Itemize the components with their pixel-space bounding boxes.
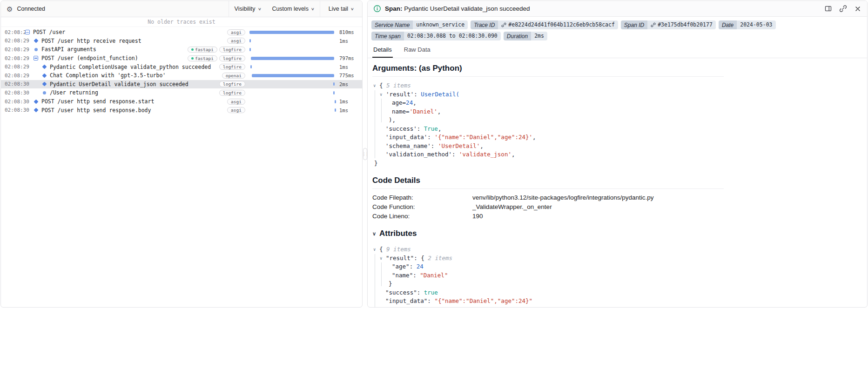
diamond-icon (42, 65, 47, 69)
panel-splitter[interactable]: ⋮⋮ (363, 0, 367, 308)
toolbar-controls: Visibility ∨ Custom levels ∨ Live tail ∨ (229, 1, 362, 17)
minus-box-icon[interactable] (34, 56, 38, 60)
minus-box-icon[interactable] (25, 30, 30, 34)
circle-icon (34, 48, 38, 51)
code-line: name='Daniel', (373, 107, 724, 116)
close-icon[interactable] (854, 5, 861, 13)
trace-time: 02:08:30 (1, 81, 24, 87)
splitter-handle-icon[interactable]: ⋮⋮ (363, 148, 367, 160)
span-kind-label: Span: (385, 5, 403, 12)
meta-span-id[interactable]: Span ID#3e175db4f0b20177 (621, 20, 716, 29)
visibility-dropdown[interactable]: Visibility ∨ (229, 1, 267, 17)
code-line: 'schema_name': 'UserDetail', (373, 142, 724, 151)
trace-time: 02:08:29 (1, 64, 24, 70)
meta-label: Time span (371, 32, 404, 40)
diamond-icon (34, 99, 38, 104)
tab-details[interactable]: Details (372, 46, 393, 58)
detail-content: Arguments: (as Python) ∨{ 5 items∨'resul… (368, 58, 728, 307)
trace-toolbar: ⚙ Connected Visibility ∨ Custom levels ∨… (1, 1, 362, 17)
live-tail-label: Live tail (329, 6, 348, 12)
trace-row[interactable]: 02:08:30POST /user http send response.st… (1, 97, 362, 106)
arguments-code-block: ∨{ 5 items∨'result': UserDetail(age=24,n… (372, 81, 724, 168)
meta-label: Trace ID (471, 20, 498, 29)
code-line: ), (373, 116, 724, 125)
code-line: 'input_data': '{"name":"Daniel","age":24… (373, 133, 724, 142)
trace-row-list: 02:08:29POST /userasgi810ms02:08:29POST … (1, 27, 362, 307)
duration-bar (249, 45, 337, 54)
trace-row[interactable]: 02:08:29FastAPI argumentsfastapilogfire (1, 45, 362, 54)
duration-text: 2ms (337, 81, 357, 87)
collapse-arrow-icon[interactable]: ∨ (373, 245, 379, 254)
collapse-arrow-icon[interactable]: ∨ (373, 81, 379, 90)
span-title: Span: Pydantic UserDetail validate_json … (373, 5, 530, 13)
chevron-down-icon: ∨ (311, 7, 315, 11)
meta-duration: Duration2ms (504, 32, 547, 40)
diamond-icon (34, 39, 38, 43)
tab-raw-data[interactable]: Raw Data (403, 46, 431, 58)
trace-row[interactable]: 02:08:29POST /user http receive requesta… (1, 37, 362, 46)
custom-levels-dropdown[interactable]: Custom levels ∨ (266, 1, 319, 17)
trace-row[interactable]: 02:08:30POST /user http send response.bo… (1, 106, 362, 114)
copy-link-icon[interactable] (839, 5, 847, 13)
collapse-arrow-icon[interactable]: ∨ (380, 254, 386, 263)
code-detail-row: Code Filepath:venv/lib/python3.12/site-p… (372, 193, 724, 202)
circle-icon (43, 91, 46, 94)
code-line: "input_data": "{"name":"Daniel","age":24… (373, 297, 724, 306)
trace-time: 02:08:30 (1, 107, 24, 113)
scope-badge-asgi: asgi (227, 38, 245, 44)
code-line: ∨{ 9 items (373, 245, 724, 254)
duration-text: 775ms (337, 73, 357, 78)
span-detail-header: Span: Pydantic UserDetail validate_json … (368, 1, 867, 17)
green-dot-icon (191, 48, 194, 51)
meta-service-name: Service Nameunknown_service (371, 20, 468, 29)
trace-label: Chat Completion with 'gpt-3.5-turbo' (50, 72, 218, 79)
arguments-heading: Arguments: (as Python) (372, 64, 724, 77)
trace-row[interactable]: 02:08:29Pydantic CompletionUsage validat… (1, 62, 362, 71)
connection-status: ⚙ Connected (1, 1, 51, 17)
scope-badge-logfire: logfire (219, 64, 245, 70)
span-meta-row: Service Nameunknown_serviceTrace ID#e822… (368, 17, 867, 29)
trace-label: Pydantic CompletionUsage validate_python… (50, 64, 215, 70)
live-tail-dropdown[interactable]: Live tail ∨ (320, 1, 362, 17)
collapse-arrow-icon[interactable]: ∨ (380, 90, 386, 99)
trace-row[interactable]: 02:08:29Chat Completion with 'gpt-3.5-tu… (1, 71, 362, 80)
meta-time-span: Time span02:08:30.088 to 02:08:30.090 (371, 32, 501, 40)
trace-row[interactable]: 02:08:29POST /user (endpoint_function)fa… (1, 54, 362, 63)
meta-label: Duration (504, 32, 531, 40)
code-line: "age": 24 (373, 262, 724, 271)
code-line: } (373, 159, 724, 168)
meta-label: Date (719, 20, 737, 29)
dock-panel-icon[interactable] (824, 5, 832, 13)
collapse-arrow-icon[interactable]: ∨ (372, 231, 376, 237)
scope-badge-asgi: asgi (227, 107, 245, 113)
duration-text: 1ms (337, 99, 357, 104)
no-older-traces-notice: No older traces exist (1, 17, 362, 27)
duration-bar (249, 106, 337, 114)
code-details-table: Code Filepath:venv/lib/python3.12/site-p… (372, 193, 724, 221)
duration-bar (249, 88, 337, 97)
meta-value: unknown_service (413, 20, 468, 29)
trace-label: POST /user http send response.body (41, 107, 223, 114)
code-detail-row: Code Lineno:190 (372, 211, 724, 221)
span-meta-row: Time span02:08:30.088 to 02:08:30.090Dur… (368, 29, 867, 40)
meta-value: 2024-05-03 (737, 20, 775, 29)
trace-time: 02:08:29 (1, 73, 24, 79)
trace-label: /User returning (50, 89, 215, 96)
trace-time: 02:08:29 (1, 29, 24, 35)
attributes-heading-text: Attributes (379, 229, 417, 238)
code-line: ∨"result": { 2 items (373, 254, 724, 263)
scope-badge-logfire: logfire (219, 55, 245, 61)
meta-value: 2ms (531, 32, 547, 40)
visibility-label: Visibility (235, 6, 256, 12)
meta-trace-id[interactable]: Trace ID#e8224d24d41f064b112c6eb9cb58cac… (471, 20, 618, 29)
trace-row[interactable]: 02:08:30Pydantic UserDetail validate_jso… (1, 80, 362, 89)
code-line: ∨'result': UserDetail( (373, 90, 724, 99)
meta-value: 02:08:30.088 to 02:08:30.090 (404, 32, 501, 40)
trace-row[interactable]: 02:08:30/User returninglogfire (1, 88, 362, 97)
gear-icon[interactable]: ⚙ (7, 6, 13, 13)
code-line: "code.lineno": 190 (373, 306, 724, 307)
code-detail-value: venv/lib/python3.12/site-packages/logfir… (472, 194, 653, 201)
code-detail-value: _ValidateWrapper._on_enter (472, 203, 552, 210)
trace-row[interactable]: 02:08:29POST /userasgi810ms (1, 28, 362, 37)
code-line: 'validation_method': 'validate_json', (373, 150, 724, 159)
